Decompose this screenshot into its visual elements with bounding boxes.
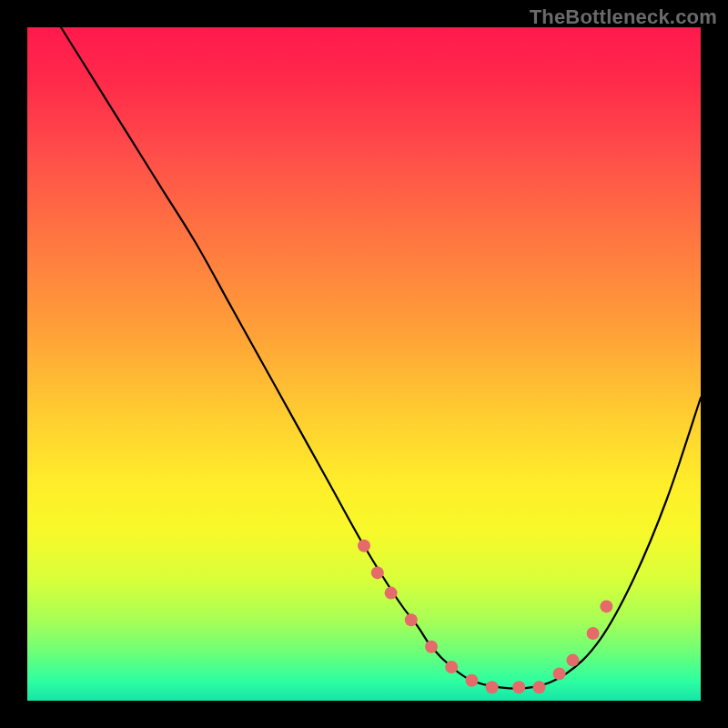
plot-area bbox=[27, 27, 701, 701]
marker-dot bbox=[405, 613, 418, 626]
marker-dot bbox=[371, 566, 384, 579]
bottleneck-curve bbox=[61, 27, 701, 689]
marker-dot bbox=[445, 661, 458, 673]
marker-dot bbox=[425, 641, 438, 653]
marker-dot bbox=[486, 681, 499, 693]
marker-dot bbox=[553, 667, 566, 680]
marker-dot bbox=[385, 587, 398, 600]
marker-dot bbox=[587, 627, 600, 640]
watermark-text: TheBottleneck.com bbox=[530, 5, 717, 29]
marker-dots bbox=[358, 540, 612, 693]
curve-layer bbox=[27, 27, 701, 701]
marker-dot bbox=[532, 681, 545, 693]
marker-dot bbox=[600, 600, 612, 612]
marker-dot bbox=[358, 540, 370, 552]
marker-dot bbox=[465, 674, 478, 687]
chart-frame: TheBottleneck.com bbox=[0, 0, 728, 728]
marker-dot bbox=[512, 681, 525, 693]
marker-dot bbox=[566, 654, 579, 667]
